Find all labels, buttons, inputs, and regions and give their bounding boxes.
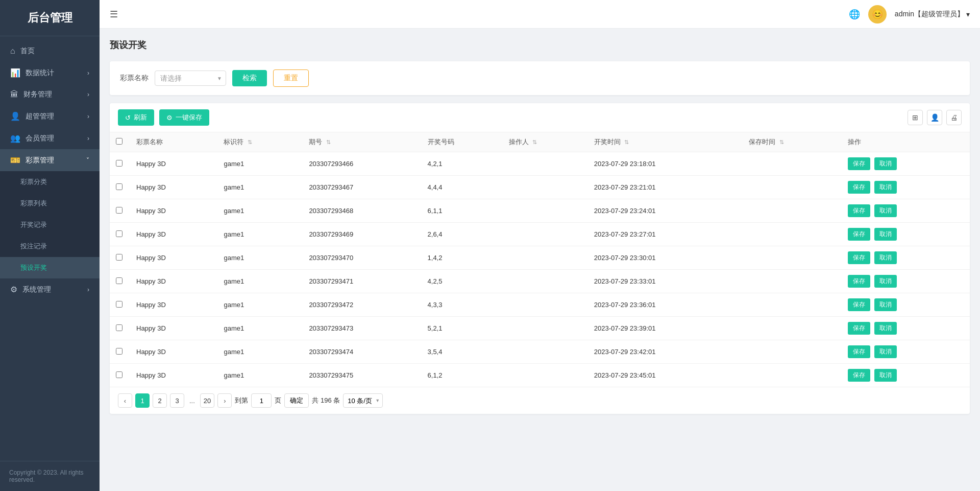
sidebar-sub-label: 开奖记录 [20, 220, 47, 229]
page-size-select[interactable]: 10 条/页 20 条/页 50 条/页 [343, 393, 383, 408]
cell-identifier: game1 [217, 199, 303, 223]
sidebar-item-label: 数据统计 [26, 68, 54, 78]
cell-action: 保存 取消 [842, 152, 970, 176]
row-checkbox[interactable] [116, 254, 122, 261]
sort-icon[interactable]: ⇅ [532, 139, 537, 145]
row-save-button[interactable]: 保存 [848, 345, 870, 358]
row-save-button[interactable]: 保存 [848, 369, 870, 382]
row-cancel-button[interactable]: 取消 [874, 204, 897, 217]
row-cancel-button[interactable]: 取消 [874, 228, 897, 241]
sidebar-item-lottery-list[interactable]: 彩票列表 [0, 193, 100, 214]
sort-icon[interactable]: ⇅ [248, 139, 252, 145]
page-button-2[interactable]: 2 [153, 393, 167, 408]
row-save-button[interactable]: 保存 [848, 275, 870, 288]
save-all-button[interactable]: ⚙ 一键保存 [159, 109, 209, 126]
toolbar-right: ⊞ 👤 🖨 [908, 110, 962, 125]
total-count: 共 196 条 [312, 396, 340, 405]
export-button[interactable]: 👤 [927, 110, 942, 125]
table-row: Happy 3D game1 203307293472 4,3,3 2023-0… [110, 293, 970, 317]
sidebar-item-super-admin[interactable]: 👤 超管管理 › [0, 105, 100, 127]
row-checkbox-cell [110, 199, 130, 223]
row-checkbox[interactable] [116, 324, 122, 331]
row-save-button[interactable]: 保存 [848, 228, 870, 241]
row-save-button[interactable]: 保存 [848, 298, 870, 311]
row-cancel-button[interactable]: 取消 [874, 275, 897, 288]
sidebar-item-data-stats[interactable]: 📊 数据统计 › [0, 62, 100, 84]
table-row: Happy 3D game1 203307293466 4,2,1 2023-0… [110, 152, 970, 176]
row-cancel-button[interactable]: 取消 [874, 345, 897, 358]
table-toolbar: ↺ 刷新 ⚙ 一键保存 ⊞ 👤 🖨 [110, 103, 970, 132]
cell-lottery-name: Happy 3D [130, 317, 217, 340]
cell-period: 203307293473 [303, 317, 421, 340]
cell-operator [503, 340, 588, 364]
cell-operator [503, 364, 588, 387]
sidebar-logo: 后台管理 [0, 0, 100, 36]
row-save-button[interactable]: 保存 [848, 204, 870, 217]
sidebar-item-system[interactable]: ⚙ 系统管理 › [0, 278, 100, 300]
chart-icon: 📊 [10, 68, 20, 78]
col-lottery-name: 彩票名称 [130, 132, 217, 152]
row-cancel-button[interactable]: 取消 [874, 251, 897, 264]
sort-icon[interactable]: ⇅ [326, 139, 331, 145]
goto-label: 到第 [235, 396, 248, 405]
search-button[interactable]: 检索 [232, 70, 267, 86]
cell-lottery-name: Happy 3D [130, 270, 217, 293]
cell-action: 保存 取消 [842, 176, 970, 199]
row-checkbox[interactable] [116, 183, 122, 190]
row-cancel-button[interactable]: 取消 [874, 157, 897, 170]
prev-page-button[interactable]: ‹ [118, 393, 132, 408]
column-settings-button[interactable]: ⊞ [908, 110, 923, 125]
row-checkbox[interactable] [116, 348, 122, 355]
next-page-button[interactable]: › [217, 393, 232, 408]
row-checkbox-cell [110, 223, 130, 246]
row-checkbox[interactable] [116, 230, 122, 237]
row-checkbox[interactable] [116, 207, 122, 214]
row-cancel-button[interactable]: 取消 [874, 369, 897, 382]
page-button-20[interactable]: 20 [200, 393, 214, 408]
row-cancel-button[interactable]: 取消 [874, 322, 897, 335]
sidebar-item-bet-record[interactable]: 投注记录 [0, 236, 100, 257]
cell-identifier: game1 [217, 270, 303, 293]
row-checkbox[interactable] [116, 301, 122, 308]
user-menu[interactable]: admin【超级管理员】 ▾ [895, 10, 970, 19]
sidebar-item-preset-draw[interactable]: 预设开奖 [0, 257, 100, 278]
row-save-button[interactable]: 保存 [848, 181, 870, 194]
cell-win-number: 5,2,1 [422, 317, 503, 340]
page-button-1[interactable]: 1 [135, 393, 150, 408]
page-button-3[interactable]: 3 [170, 393, 184, 408]
print-button[interactable]: 🖨 [946, 110, 962, 125]
sidebar-item-member[interactable]: 👥 会员管理 › [0, 127, 100, 149]
language-icon[interactable]: 🌐 [849, 9, 860, 20]
sort-icon[interactable]: ⇅ [624, 139, 629, 145]
menu-toggle-icon[interactable]: ☰ [110, 9, 118, 20]
row-checkbox[interactable] [116, 160, 122, 167]
reset-button[interactable]: 重置 [273, 69, 309, 87]
sidebar-item-finance[interactable]: 🏛 财务管理 › [0, 84, 100, 105]
sidebar-item-home[interactable]: ⌂ 首页 [0, 40, 100, 62]
sort-icon[interactable]: ⇅ [779, 139, 784, 145]
sidebar-item-lottery-category[interactable]: 彩票分类 [0, 171, 100, 193]
row-checkbox[interactable] [116, 277, 122, 284]
row-cancel-button[interactable]: 取消 [874, 298, 897, 311]
cell-win-number: 6,1,2 [422, 364, 503, 387]
print-icon: 🖨 [950, 113, 958, 122]
refresh-button[interactable]: ↺ 刷新 [118, 109, 154, 126]
row-checkbox[interactable] [116, 371, 122, 378]
table-row: Happy 3D game1 203307293467 4,4,4 2023-0… [110, 176, 970, 199]
lottery-select[interactable]: 请选择 [155, 71, 226, 86]
row-save-button[interactable]: 保存 [848, 157, 870, 170]
page-goto-input[interactable] [251, 393, 272, 408]
sidebar-item-lottery[interactable]: 🎫 彩票管理 ˅ [0, 149, 100, 171]
col-action: 操作 [842, 132, 970, 152]
row-save-button[interactable]: 保存 [848, 251, 870, 264]
col-period: 期号 ⇅ [303, 132, 421, 152]
page-confirm-button[interactable]: 确定 [284, 393, 309, 408]
row-cancel-button[interactable]: 取消 [874, 181, 897, 194]
avatar[interactable]: 😊 [868, 5, 887, 24]
sidebar-item-draw-record[interactable]: 开奖记录 [0, 214, 100, 236]
cell-draw-time: 2023-07-29 23:24:01 [588, 199, 743, 223]
cell-action: 保存 取消 [842, 199, 970, 223]
row-save-button[interactable]: 保存 [848, 322, 870, 335]
select-all-checkbox[interactable] [116, 138, 122, 145]
row-checkbox-cell [110, 317, 130, 340]
